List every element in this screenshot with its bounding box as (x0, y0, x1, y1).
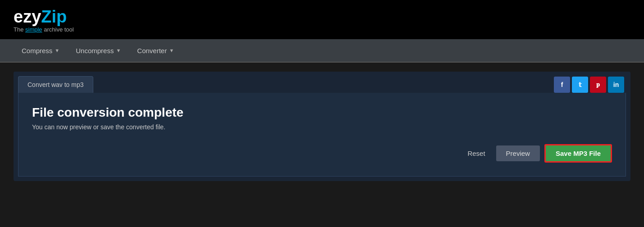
main-panel: Convert wav to mp3 f 𝕥 𝐩 in File convers… (14, 72, 630, 181)
reset-button[interactable]: Reset (461, 146, 491, 161)
facebook-share-button[interactable]: f (554, 77, 570, 93)
nav-compress-label: Compress (22, 47, 52, 54)
nav-item-compress[interactable]: Compress ▼ (14, 39, 68, 62)
logo: ezyZip The simple archive tool (14, 8, 74, 33)
conversion-title: File conversion complete (32, 105, 612, 120)
tab-convert-wav-mp3[interactable]: Convert wav to mp3 (18, 76, 93, 93)
nav-converter-label: Converter (137, 47, 167, 54)
save-mp3-button[interactable]: Save MP3 File (544, 144, 612, 163)
chevron-down-icon: ▼ (169, 48, 174, 53)
nav-item-converter[interactable]: Converter ▼ (129, 39, 182, 62)
facebook-icon: f (561, 81, 563, 88)
logo-ezy: ezy (14, 7, 41, 26)
conversion-subtitle: You can now preview or save the converte… (32, 123, 612, 131)
logo-zip: Zip (41, 7, 67, 26)
header: ezyZip The simple archive tool (0, 0, 644, 39)
preview-button[interactable]: Preview (496, 145, 540, 161)
logo-tagline: The simple archive tool (14, 26, 74, 33)
tagline-prefix: The (14, 26, 25, 33)
linkedin-icon: in (613, 81, 619, 88)
chevron-down-icon: ▼ (55, 48, 59, 53)
navigation: Compress ▼ Uncompress ▼ Converter ▼ (0, 39, 644, 63)
action-buttons: Reset Preview Save MP3 File (32, 144, 612, 163)
content-panel: File conversion complete You can now pre… (18, 93, 626, 177)
tagline-simple: simple (25, 26, 42, 33)
nav-item-uncompress[interactable]: Uncompress ▼ (68, 39, 129, 62)
linkedin-share-button[interactable]: in (608, 77, 624, 93)
twitter-icon: 𝕥 (579, 81, 582, 88)
pinterest-icon: 𝐩 (596, 81, 600, 88)
tab-label: Convert wav to mp3 (27, 81, 84, 88)
tab-bar: Convert wav to mp3 f 𝕥 𝐩 in (14, 72, 630, 93)
pinterest-share-button[interactable]: 𝐩 (590, 77, 606, 93)
logo-text: ezyZip (14, 8, 74, 25)
social-icons: f 𝕥 𝐩 in (554, 72, 630, 93)
nav-uncompress-label: Uncompress (76, 47, 114, 54)
tagline-suffix: archive tool (42, 26, 74, 33)
chevron-down-icon: ▼ (116, 48, 121, 53)
twitter-share-button[interactable]: 𝕥 (572, 77, 588, 93)
